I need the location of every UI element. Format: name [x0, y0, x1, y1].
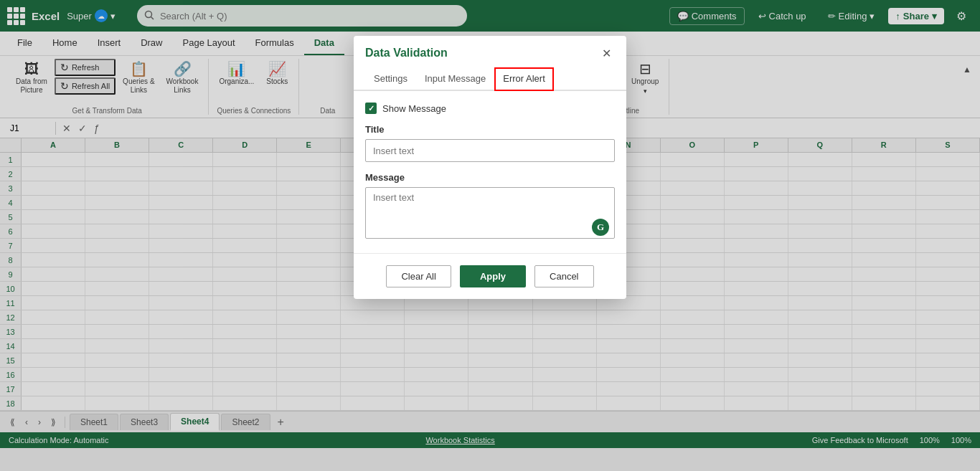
apply-button[interactable]: Apply: [460, 265, 526, 287]
dialog-tab-settings[interactable]: Settings: [365, 67, 416, 91]
grammarly-icon: G: [597, 222, 604, 233]
message-textarea-wrapper: G: [365, 187, 615, 242]
show-message-label: Show Message: [382, 103, 446, 114]
dialog-tab-input-message[interactable]: Input Message: [416, 67, 494, 91]
show-message-row: Show Message: [365, 103, 615, 114]
clear-all-button[interactable]: Clear All: [386, 265, 451, 287]
data-validation-dialog: Data Validation ✕ Settings Input Message…: [354, 36, 626, 299]
grammarly-button[interactable]: G: [592, 219, 609, 236]
dialog-title: Data Validation: [365, 47, 448, 60]
title-field-label: Title: [365, 124, 615, 135]
title-input[interactable]: [365, 139, 615, 162]
dialog-header: Data Validation ✕: [354, 36, 626, 67]
message-field-label: Message: [365, 172, 615, 183]
show-message-checkbox[interactable]: [365, 103, 377, 114]
dialog-close-button[interactable]: ✕: [598, 44, 615, 62]
message-textarea[interactable]: [365, 187, 615, 239]
cancel-button[interactable]: Cancel: [534, 265, 593, 287]
dialog-footer: Clear All Apply Cancel: [354, 253, 626, 299]
dialog-tabs: Settings Input Message Error Alert: [354, 67, 626, 91]
dialog-overlay[interactable]: Data Validation ✕ Settings Input Message…: [0, 0, 980, 471]
dialog-body: Show Message Title Message G: [354, 91, 626, 253]
dialog-tab-error-alert[interactable]: Error Alert: [494, 67, 554, 91]
